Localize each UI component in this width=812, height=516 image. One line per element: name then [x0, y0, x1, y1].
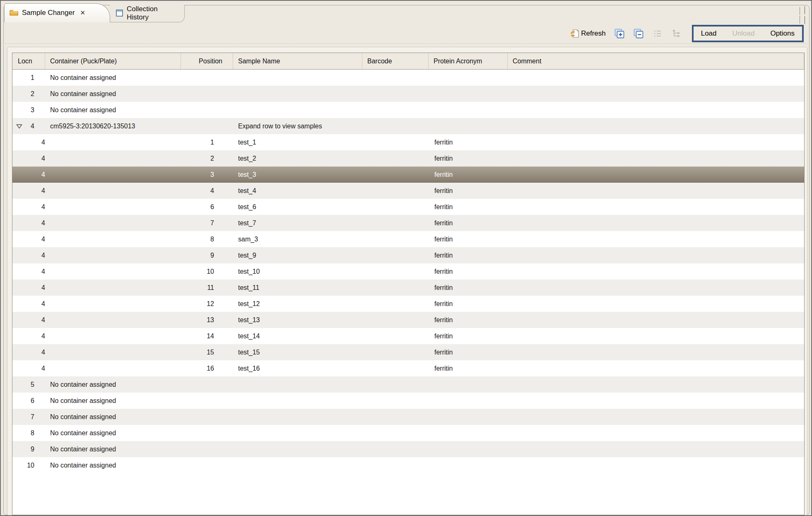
table-row[interactable]: 7 No container assigned: [12, 409, 804, 425]
tab-sample-changer[interactable]: Sample Changer ✕: [4, 3, 110, 22]
expander-triangle-icon[interactable]: [16, 124, 22, 129]
locn-value: 4: [41, 316, 45, 324]
table-row[interactable]: 6 No container assigned: [12, 393, 804, 409]
cell-locn: 4: [12, 280, 45, 296]
tab-bar: Sample Changer ✕ Collection History: [1, 1, 811, 22]
cell-barcode: [362, 441, 429, 457]
cell-protein-acronym: ferritin: [429, 150, 508, 166]
cell-sample-name: test_12: [233, 296, 362, 312]
cell-sample-name: test_4: [233, 183, 362, 199]
locn-value: 2: [31, 90, 34, 98]
cell-comment: [508, 376, 804, 393]
cell-container: cm5925-3:20130620-135013: [45, 118, 181, 134]
refresh-label: Refresh: [581, 29, 606, 38]
locn-value: 4: [41, 268, 45, 275]
table-row[interactable]: 2 No container assigned: [12, 86, 804, 102]
table-row[interactable]: 4 8 sam_3 ferritin: [12, 231, 804, 247]
cell-barcode: [362, 360, 429, 376]
table-row[interactable]: 5 No container assigned: [12, 376, 804, 393]
table-row[interactable]: 4 6 test_6 ferritin: [12, 199, 804, 215]
table-row[interactable]: 10 No container assigned: [12, 457, 804, 473]
table-row[interactable]: 4 2 test_2 ferritin: [12, 150, 804, 166]
cell-container: [45, 134, 181, 150]
cell-position: 1: [181, 134, 233, 150]
cell-sample-name: test_7: [233, 215, 362, 231]
cell-container: [45, 199, 181, 215]
cell-position: 12: [181, 296, 233, 312]
cell-container: [45, 150, 181, 166]
table-row[interactable]: 4 10 test_10 ferritin: [12, 263, 804, 280]
locn-value: 4: [41, 187, 45, 195]
load-unload-options-group: Load Unload Options: [692, 25, 804, 42]
table-row[interactable]: 4 11 test_11 ferritin: [12, 280, 804, 296]
cell-container: [45, 183, 181, 199]
column-header-protein-acronym[interactable]: Protein Acronym: [429, 53, 508, 69]
table-row[interactable]: 4 15 test_15 ferritin: [12, 344, 804, 360]
cell-locn: 4: [12, 118, 45, 134]
column-header-sample-name[interactable]: Sample Name: [233, 53, 362, 69]
cell-container: [45, 263, 181, 280]
cell-locn: 4: [12, 263, 45, 280]
cell-sample-name: [233, 70, 362, 86]
cell-locn: 9: [12, 441, 45, 457]
cell-barcode: [362, 457, 429, 473]
cell-sample-name: test_11: [233, 280, 362, 296]
table-row[interactable]: 4 4 test_4 ferritin: [12, 183, 804, 199]
cell-position: [181, 425, 233, 441]
cell-barcode: [362, 199, 429, 215]
cell-barcode: [362, 70, 429, 86]
table-row[interactable]: 8 No container assigned: [12, 425, 804, 441]
locn-value: 4: [31, 123, 34, 130]
options-button[interactable]: Options: [770, 29, 795, 38]
table-row[interactable]: 4 16 test_16 ferritin: [12, 360, 804, 376]
cell-locn: 4: [12, 247, 45, 263]
refresh-button[interactable]: Refresh: [569, 28, 606, 39]
close-icon[interactable]: ✕: [80, 9, 86, 17]
table-row[interactable]: 4 1 test_1 ferritin: [12, 134, 804, 150]
cell-locn: 4: [12, 134, 45, 150]
unload-button: Unload: [732, 29, 755, 38]
cell-container: [45, 296, 181, 312]
cell-container: No container assigned: [45, 376, 181, 393]
table-row[interactable]: 4 cm5925-3:20130620-135013 Expand row to…: [12, 118, 804, 134]
table-row[interactable]: 3 No container assigned: [12, 102, 804, 118]
maximize-icon[interactable]: [805, 7, 805, 24]
table-row[interactable]: 4 12 test_12 ferritin: [12, 296, 804, 312]
table-row[interactable]: 4 7 test_7 ferritin: [12, 215, 804, 231]
expand-all-icon[interactable]: [614, 28, 625, 39]
column-header-locn[interactable]: Locn: [12, 53, 45, 69]
tab-collection-history[interactable]: Collection History: [110, 5, 185, 22]
table-row[interactable]: 9 No container assigned: [12, 441, 804, 457]
cell-comment: [508, 425, 804, 441]
tab-label: Collection History: [127, 5, 180, 22]
column-header-container[interactable]: Container (Puck/Plate): [45, 53, 181, 69]
table-row[interactable]: 4 14 test_14 ferritin: [12, 328, 804, 344]
cell-comment: [508, 393, 804, 409]
cell-protein-acronym: [429, 441, 508, 457]
column-header-position[interactable]: Position: [181, 53, 233, 69]
collapse-all-icon[interactable]: [633, 28, 644, 39]
table-row[interactable]: 4 9 test_9 ferritin: [12, 247, 804, 263]
cell-barcode: [362, 183, 429, 199]
cell-container: [45, 312, 181, 328]
locn-value: 1: [31, 74, 34, 82]
cell-locn: 8: [12, 425, 45, 441]
window-icon: [116, 10, 123, 17]
cell-comment: [508, 247, 804, 263]
cell-container: No container assigned: [45, 441, 181, 457]
cell-protein-acronym: ferritin: [429, 280, 508, 296]
table-row[interactable]: 4 3 test_3 ferritin: [12, 166, 804, 183]
cell-sample-name: sam_3: [233, 231, 362, 247]
cell-comment: [508, 457, 804, 473]
minimize-icon[interactable]: [800, 7, 800, 24]
column-header-barcode[interactable]: Barcode: [362, 53, 429, 69]
cell-sample-name: test_6: [233, 199, 362, 215]
cell-container: [45, 231, 181, 247]
load-button[interactable]: Load: [701, 29, 717, 38]
column-header-comment[interactable]: Comment: [508, 53, 804, 69]
table-row[interactable]: 1 No container assigned: [12, 70, 804, 86]
tab-label: Sample Changer: [22, 9, 75, 17]
cell-sample-name: [233, 376, 362, 393]
cell-sample-name: test_16: [233, 360, 362, 376]
table-row[interactable]: 4 13 test_13 ferritin: [12, 312, 804, 328]
